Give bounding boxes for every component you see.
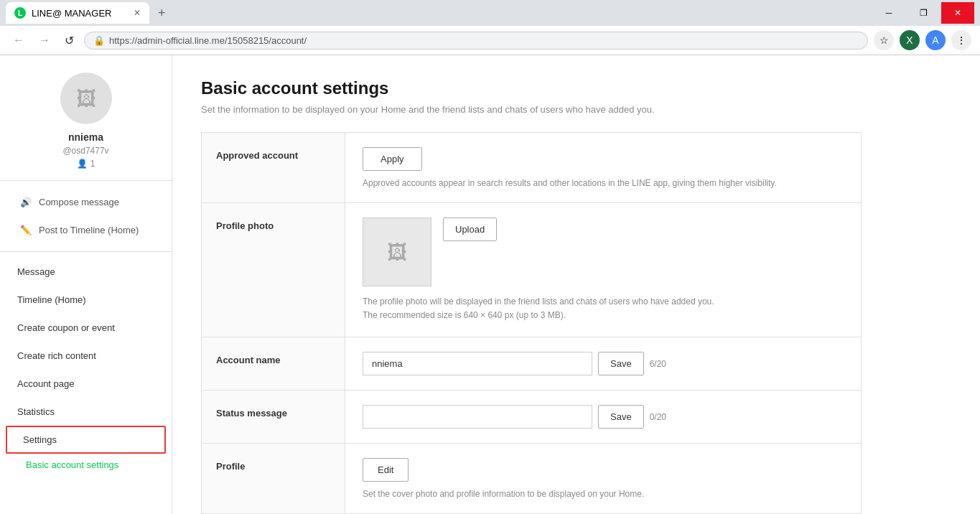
approved-account-label: Approved account: [202, 133, 345, 202]
status-message-label: Status message: [202, 391, 345, 443]
photo-desc-1: The profile photo will be displayed in t…: [363, 296, 714, 307]
tab-favicon: L: [14, 7, 26, 19]
statistics-label: Statistics: [17, 406, 55, 417]
rich-content-label: Create rich content: [17, 350, 96, 361]
sidebar-item-message[interactable]: Message: [0, 258, 172, 286]
account-name-label: Account name: [202, 337, 345, 390]
profile-name: nniema: [68, 131, 103, 143]
approved-account-description: Approved accounts appear in search resul…: [363, 178, 844, 188]
photo-description-line1: The profile photo will be displayed in t…: [363, 295, 844, 322]
profile-photo-area: 🖼 Upload: [363, 218, 844, 286]
status-message-char-count: 0/20: [650, 412, 666, 422]
status-message-save-button[interactable]: Save: [598, 405, 644, 429]
minimize-button[interactable]: ─: [872, 2, 905, 24]
compose-message-button[interactable]: 🔊 Compose message: [11, 190, 160, 215]
app-layout: 🖼 nniema @osd7477v 👤 1 🔊 Compose message…: [0, 55, 980, 514]
profile-photo-row: Profile photo 🖼 Upload The profile photo…: [202, 203, 861, 337]
basic-settings-label: Basic account settings: [26, 459, 118, 470]
sidebar-item-account-page[interactable]: Account page: [0, 370, 172, 398]
profile-id: @osd7477v: [62, 146, 108, 156]
settings-table: Approved account Apply Approved accounts…: [201, 132, 862, 514]
status-message-value: Save 0/20: [345, 391, 861, 443]
new-tab-button[interactable]: +: [152, 3, 172, 24]
account-name-save-button[interactable]: Save: [598, 352, 644, 375]
followers-icon: 👤: [77, 159, 88, 169]
approved-account-value: Apply Approved accounts appear in search…: [345, 133, 861, 202]
status-message-row: Status message Save 0/20: [202, 391, 861, 444]
account-name-input[interactable]: [363, 352, 592, 375]
account-name-char-count: 6/20: [650, 359, 666, 369]
message-label: Message: [17, 266, 55, 277]
back-button[interactable]: ←: [9, 31, 29, 50]
sidebar: 🖼 nniema @osd7477v 👤 1 🔊 Compose message…: [0, 55, 172, 514]
menu-button[interactable]: ⋮: [951, 30, 971, 50]
account-name-value: Save 6/20: [345, 337, 861, 390]
compose-label: Compose message: [39, 197, 119, 207]
sidebar-actions: 🔊 Compose message ✏️ Post to Timeline (H…: [0, 181, 172, 252]
lock-icon: 🔒: [93, 35, 105, 46]
tab-close-button[interactable]: ✕: [134, 8, 141, 18]
coupon-label: Create coupon or event: [17, 322, 115, 333]
status-message-input[interactable]: [363, 405, 592, 429]
avatar: 🖼: [60, 73, 112, 124]
browser-titlebar: L LINE@ MANAGER ✕ + ─ ❐ ✕: [0, 0, 980, 26]
window-controls: ─ ❐ ✕: [872, 2, 974, 24]
browser-chrome: L LINE@ MANAGER ✕ + ─ ❐ ✕ ← → ↺ 🔒 https:…: [0, 0, 980, 55]
address-bar[interactable]: 🔒 https://admin-official.line.me/1505821…: [84, 32, 868, 50]
browser-actions: ☆ X A ⋮: [874, 30, 971, 50]
refresh-button[interactable]: ↺: [60, 31, 78, 50]
sidebar-item-settings[interactable]: Settings: [6, 426, 166, 454]
sidebar-profile: 🖼 nniema @osd7477v 👤 1: [0, 55, 172, 181]
profile-button[interactable]: A: [925, 30, 946, 50]
profile-followers: 👤 1: [77, 159, 95, 169]
followers-count: 1: [90, 159, 95, 169]
page-subtitle: Set the information to be displayed on y…: [201, 104, 862, 115]
extension-button-green[interactable]: X: [900, 30, 920, 50]
page-title: Basic account settings: [201, 78, 862, 98]
apply-button[interactable]: Apply: [363, 147, 422, 171]
sidebar-item-coupon[interactable]: Create coupon or event: [0, 314, 172, 342]
timeline-label: Timeline (Home): [17, 294, 86, 305]
approved-account-row: Approved account Apply Approved accounts…: [202, 133, 861, 203]
profile-edit-button[interactable]: Edit: [363, 458, 409, 482]
post-timeline-label: Post to Timeline (Home): [39, 225, 139, 235]
status-message-input-row: Save 0/20: [363, 405, 844, 429]
browser-tab[interactable]: L LINE@ MANAGER ✕: [6, 2, 149, 24]
profile-value: Edit Set the cover photo and profile inf…: [345, 444, 861, 513]
forward-button[interactable]: →: [34, 31, 55, 50]
browser-controls: ← → ↺ 🔒 https://admin-official.line.me/1…: [0, 26, 980, 55]
profile-description: Set the cover photo and profile informat…: [363, 489, 844, 499]
sidebar-item-timeline[interactable]: Timeline (Home): [0, 286, 172, 314]
settings-label: Settings: [23, 434, 57, 445]
page-content: Basic account settings Set the informati…: [172, 55, 890, 514]
account-name-input-row: Save 6/20: [363, 352, 844, 375]
upload-button[interactable]: Upload: [443, 218, 497, 241]
bookmark-button[interactable]: ☆: [874, 30, 894, 50]
post-timeline-button[interactable]: ✏️ Post to Timeline (Home): [11, 218, 160, 243]
profile-photo-value: 🖼 Upload The profile photo will be displ…: [345, 203, 861, 337]
photo-desc-2: The recommended size is 640 × 640 px (up…: [363, 310, 566, 320]
photo-placeholder-icon: 🖼: [387, 240, 407, 264]
account-name-row: Account name Save 6/20: [202, 337, 861, 391]
sidebar-sub-item-basic-settings[interactable]: Basic account settings: [0, 454, 172, 476]
sidebar-item-rich-content[interactable]: Create rich content: [0, 342, 172, 370]
account-page-label: Account page: [17, 378, 75, 389]
profile-photo-label: Profile photo: [202, 203, 345, 337]
sidebar-item-statistics[interactable]: Statistics: [0, 398, 172, 426]
tab-title: LINE@ MANAGER: [32, 8, 111, 19]
profile-label: Profile: [202, 444, 345, 513]
profile-row: Profile Edit Set the cover photo and pro…: [202, 444, 861, 513]
compose-icon: 🔊: [20, 197, 32, 207]
url-text: https://admin-official.line.me/15058215/…: [109, 35, 307, 46]
sidebar-nav: Message Timeline (Home) Create coupon or…: [0, 252, 172, 514]
edit-icon: ✏️: [20, 225, 32, 235]
photo-placeholder: 🖼: [363, 218, 431, 286]
close-button[interactable]: ✕: [941, 2, 974, 24]
maximize-button[interactable]: ❐: [907, 2, 940, 24]
main-content: Basic account settings Set the informati…: [172, 55, 980, 514]
avatar-icon: 🖼: [76, 87, 96, 111]
